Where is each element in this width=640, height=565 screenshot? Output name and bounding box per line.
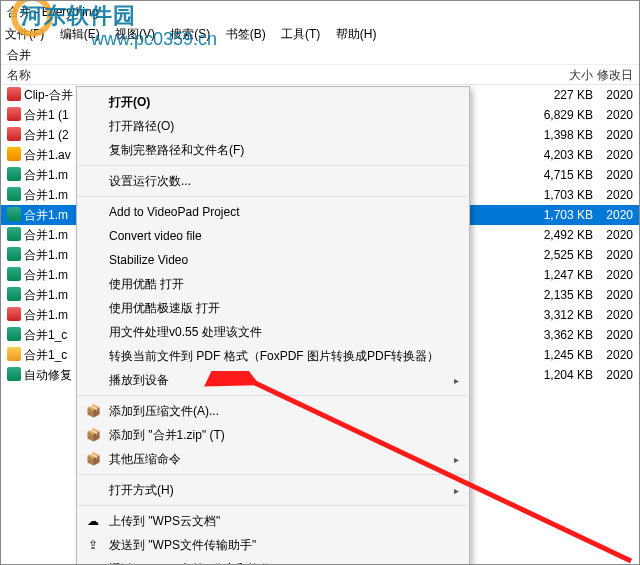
file-size: 1,204 KB <box>523 365 593 385</box>
file-icon <box>7 287 21 301</box>
menu-item-label: 复制完整路径和文件名(F) <box>109 142 244 159</box>
file-icon <box>7 187 21 201</box>
file-date: 2020 <box>593 165 633 185</box>
col-name[interactable]: 名称 <box>7 65 77 85</box>
menu-item-label: 打开(O) <box>109 94 150 111</box>
file-size: 6,829 KB <box>523 105 593 125</box>
col-size[interactable]: 大小 <box>523 65 593 85</box>
context-menu-item[interactable]: Convert video file <box>77 224 469 248</box>
context-menu-item[interactable]: 使用优酷极速版 打开 <box>77 296 469 320</box>
file-size: 1,703 KB <box>523 185 593 205</box>
context-menu-item[interactable]: 📦添加到压缩文件(A)... <box>77 399 469 423</box>
file-name: 合并1.m <box>24 168 68 182</box>
file-name: 合并1.m <box>24 268 68 282</box>
file-name: 合并1.m <box>24 188 68 202</box>
col-date[interactable]: 修改日 <box>593 65 633 85</box>
menu-item-icon: ↗ <box>85 561 101 565</box>
file-date: 2020 <box>593 305 633 325</box>
file-name: 自动修复 <box>24 368 72 382</box>
column-headers[interactable]: 名称 大小 修改日 <box>1 65 639 85</box>
menu-bookmark[interactable]: 书签(B) <box>226 27 266 41</box>
menu-separator <box>78 165 468 166</box>
file-icon <box>7 347 21 361</box>
context-menu-item[interactable]: 📦其他压缩命令 <box>77 447 469 471</box>
context-menu-item[interactable]: 📦添加到 "合并1.zip" (T) <box>77 423 469 447</box>
file-size: 1,703 KB <box>523 205 593 225</box>
file-icon <box>7 307 21 321</box>
file-name: 合并1.m <box>24 288 68 302</box>
context-menu-item[interactable]: 使用优酷 打开 <box>77 272 469 296</box>
file-name: 合并1.m <box>24 248 68 262</box>
file-date: 2020 <box>593 85 633 105</box>
file-size: 1,398 KB <box>523 125 593 145</box>
menu-item-icon: ☁ <box>85 513 101 529</box>
menu-separator <box>78 395 468 396</box>
file-date: 2020 <box>593 205 633 225</box>
file-name: 合并1.m <box>24 228 68 242</box>
menu-item-label: Stabilize Video <box>109 253 188 267</box>
menu-item-label: 打开路径(O) <box>109 118 174 135</box>
file-size: 1,247 KB <box>523 265 593 285</box>
file-icon <box>7 207 21 221</box>
context-menu-item[interactable]: 复制完整路径和文件名(F) <box>77 138 469 162</box>
file-icon <box>7 367 21 381</box>
menu-item-icon: 📦 <box>85 403 101 419</box>
file-icon <box>7 167 21 181</box>
file-date: 2020 <box>593 285 633 305</box>
context-menu-item[interactable]: 设置运行次数... <box>77 169 469 193</box>
menu-item-label: 用文件处理v0.55 处理该文件 <box>109 324 262 341</box>
file-size: 4,203 KB <box>523 145 593 165</box>
menu-item-label: 打开方式(H) <box>109 482 174 499</box>
context-menu-item[interactable]: 转换当前文件到 PDF 格式（FoxPDF 图片转换成PDF转换器） <box>77 344 469 368</box>
context-menu-item[interactable]: 打开(O) <box>77 90 469 114</box>
menu-item-label: 设置运行次数... <box>109 173 191 190</box>
context-menu-item[interactable]: 打开方式(H) <box>77 478 469 502</box>
context-menu[interactable]: 打开(O)打开路径(O)复制完整路径和文件名(F)设置运行次数...Add to… <box>76 86 470 565</box>
context-menu-item[interactable]: 用文件处理v0.55 处理该文件 <box>77 320 469 344</box>
context-menu-item[interactable]: Add to VideoPad Project <box>77 200 469 224</box>
file-date: 2020 <box>593 365 633 385</box>
menu-separator <box>78 505 468 506</box>
file-name: 合并1.av <box>24 148 71 162</box>
file-size: 2,135 KB <box>523 285 593 305</box>
context-menu-item[interactable]: ☁上传到 "WPS云文档" <box>77 509 469 533</box>
menu-item-label: Add to VideoPad Project <box>109 205 240 219</box>
watermark: 河东软件园 www.pc0359.cn <box>21 1 136 31</box>
file-date: 2020 <box>593 225 633 245</box>
file-size: 3,362 KB <box>523 325 593 345</box>
menu-item-icon: 📦 <box>85 427 101 443</box>
context-menu-item[interactable]: ↗通过 "WPS云文档" 分享和协作 <box>77 557 469 565</box>
col-path[interactable] <box>77 65 523 85</box>
file-icon <box>7 107 21 121</box>
file-icon <box>7 87 21 101</box>
context-menu-item[interactable]: 播放到设备 <box>77 368 469 392</box>
file-size: 3,312 KB <box>523 305 593 325</box>
menu-item-label: 使用优酷极速版 打开 <box>109 300 220 317</box>
file-size: 227 KB <box>523 85 593 105</box>
context-menu-item[interactable]: ⇪发送到 "WPS文件传输助手" <box>77 533 469 557</box>
file-name: 合并1 (1 <box>24 108 69 122</box>
file-icon <box>7 327 21 341</box>
menu-item-label: 发送到 "WPS文件传输助手" <box>109 537 256 554</box>
menu-item-label: 添加到压缩文件(A)... <box>109 403 219 420</box>
file-size: 2,492 KB <box>523 225 593 245</box>
context-menu-item[interactable]: 打开路径(O) <box>77 114 469 138</box>
file-date: 2020 <box>593 145 633 165</box>
menu-help[interactable]: 帮助(H) <box>336 27 377 41</box>
watermark-brand: 河东软件园 <box>21 3 136 28</box>
file-name: 合并1_c <box>24 348 67 362</box>
file-date: 2020 <box>593 185 633 205</box>
menu-tool[interactable]: 工具(T) <box>281 27 320 41</box>
file-name: 合并1.m <box>24 308 68 322</box>
file-size: 2,525 KB <box>523 245 593 265</box>
file-size: 1,245 KB <box>523 345 593 365</box>
menu-item-label: 转换当前文件到 PDF 格式（FoxPDF 图片转换成PDF转换器） <box>109 348 439 365</box>
file-icon <box>7 227 21 241</box>
menu-item-label: 上传到 "WPS云文档" <box>109 513 220 530</box>
file-icon <box>7 267 21 281</box>
file-name: 合并1 (2 <box>24 128 69 142</box>
menu-item-label: 添加到 "合并1.zip" (T) <box>109 427 225 444</box>
file-icon <box>7 247 21 261</box>
context-menu-item[interactable]: Stabilize Video <box>77 248 469 272</box>
watermark-url: www.pc0359.cn <box>91 29 217 50</box>
